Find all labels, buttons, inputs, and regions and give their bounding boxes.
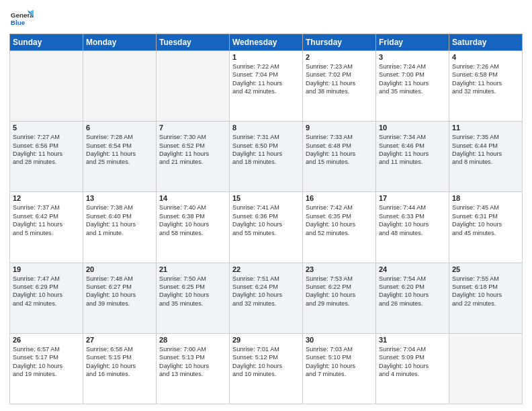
day-number: 5: [13, 124, 80, 132]
day-number: 29: [232, 336, 300, 344]
cell-info: Sunrise: 6:57 AM Sunset: 5:17 PM Dayligh…: [13, 345, 80, 379]
day-header-sunday: Sunday: [10, 34, 83, 51]
day-number: 7: [159, 124, 226, 132]
day-header-saturday: Saturday: [449, 34, 523, 51]
cell-info: Sunrise: 7:33 AM Sunset: 6:48 PM Dayligh…: [306, 133, 373, 167]
day-number: 3: [379, 53, 446, 61]
day-number: 15: [232, 194, 300, 202]
calendar-cell: 6Sunrise: 7:28 AM Sunset: 6:54 PM Daylig…: [83, 122, 157, 192]
day-number: 11: [452, 124, 519, 132]
calendar-cell: 29Sunrise: 7:01 AM Sunset: 5:12 PM Dayli…: [230, 333, 303, 404]
day-number: 21: [159, 265, 226, 273]
day-number: 10: [379, 124, 446, 132]
calendar-cell: 18Sunrise: 7:45 AM Sunset: 6:31 PM Dayli…: [449, 192, 523, 263]
cell-info: Sunrise: 7:51 AM Sunset: 6:24 PM Dayligh…: [232, 275, 300, 308]
day-header-monday: Monday: [83, 34, 157, 51]
cell-info: Sunrise: 7:55 AM Sunset: 6:18 PM Dayligh…: [452, 275, 519, 308]
calendar-cell: 5Sunrise: 7:27 AM Sunset: 6:56 PM Daylig…: [10, 122, 83, 192]
day-number: 23: [306, 265, 373, 273]
calendar-week-1: 1Sunrise: 7:22 AM Sunset: 7:04 PM Daylig…: [10, 51, 523, 122]
calendar-week-3: 12Sunrise: 7:37 AM Sunset: 6:42 PM Dayli…: [10, 192, 523, 263]
cell-info: Sunrise: 7:42 AM Sunset: 6:35 PM Dayligh…: [306, 203, 373, 237]
cell-info: Sunrise: 7:28 AM Sunset: 6:54 PM Dayligh…: [86, 133, 153, 167]
calendar-cell: 11Sunrise: 7:35 AM Sunset: 6:44 PM Dayli…: [449, 122, 523, 192]
cell-info: Sunrise: 7:38 AM Sunset: 6:40 PM Dayligh…: [86, 203, 153, 237]
day-number: 4: [452, 53, 519, 61]
day-header-tuesday: Tuesday: [157, 34, 230, 51]
calendar-cell: 4Sunrise: 7:26 AM Sunset: 6:58 PM Daylig…: [449, 51, 523, 122]
page: General Blue SundayMondayTuesdayWednesda…: [0, 0, 532, 411]
day-number: 25: [452, 265, 519, 273]
calendar-cell: 21Sunrise: 7:50 AM Sunset: 6:25 PM Dayli…: [157, 263, 230, 333]
calendar-cell: 26Sunrise: 6:57 AM Sunset: 5:17 PM Dayli…: [10, 333, 83, 404]
cell-info: Sunrise: 7:27 AM Sunset: 6:56 PM Dayligh…: [13, 133, 80, 167]
cell-info: Sunrise: 7:26 AM Sunset: 6:58 PM Dayligh…: [452, 62, 519, 96]
cell-info: Sunrise: 7:45 AM Sunset: 6:31 PM Dayligh…: [452, 203, 519, 237]
day-number: 18: [452, 194, 519, 202]
day-number: 2: [306, 53, 373, 61]
calendar-cell: 15Sunrise: 7:41 AM Sunset: 6:36 PM Dayli…: [230, 192, 303, 263]
day-header-wednesday: Wednesday: [230, 34, 303, 51]
calendar-table: SundayMondayTuesdayWednesdayThursdayFrid…: [9, 34, 523, 404]
cell-info: Sunrise: 7:53 AM Sunset: 6:22 PM Dayligh…: [306, 275, 373, 308]
calendar-cell: 12Sunrise: 7:37 AM Sunset: 6:42 PM Dayli…: [10, 192, 83, 263]
day-number: 14: [159, 194, 226, 202]
cell-info: Sunrise: 7:24 AM Sunset: 7:00 PM Dayligh…: [379, 62, 446, 96]
calendar-cell: 27Sunrise: 6:58 AM Sunset: 5:15 PM Dayli…: [83, 333, 157, 404]
calendar-cell: 24Sunrise: 7:54 AM Sunset: 6:20 PM Dayli…: [376, 263, 449, 333]
calendar-week-2: 5Sunrise: 7:27 AM Sunset: 6:56 PM Daylig…: [10, 122, 523, 192]
day-header-friday: Friday: [376, 34, 449, 51]
calendar-cell: [83, 51, 157, 122]
day-number: 20: [86, 265, 153, 273]
calendar-cell: 9Sunrise: 7:33 AM Sunset: 6:48 PM Daylig…: [303, 122, 376, 192]
cell-info: Sunrise: 7:50 AM Sunset: 6:25 PM Dayligh…: [159, 275, 226, 308]
calendar-cell: [157, 51, 230, 122]
calendar-week-5: 26Sunrise: 6:57 AM Sunset: 5:17 PM Dayli…: [10, 333, 523, 404]
day-number: 6: [86, 124, 153, 132]
calendar-cell: 8Sunrise: 7:31 AM Sunset: 6:50 PM Daylig…: [230, 122, 303, 192]
svg-text:Blue: Blue: [11, 19, 26, 26]
day-number: 26: [13, 336, 80, 344]
day-number: 28: [159, 336, 226, 344]
day-header-thursday: Thursday: [303, 34, 376, 51]
day-number: 8: [232, 124, 300, 132]
calendar-cell: 16Sunrise: 7:42 AM Sunset: 6:35 PM Dayli…: [303, 192, 376, 263]
calendar-cell: 17Sunrise: 7:44 AM Sunset: 6:33 PM Dayli…: [376, 192, 449, 263]
calendar-cell: [10, 51, 83, 122]
cell-info: Sunrise: 6:58 AM Sunset: 5:15 PM Dayligh…: [86, 345, 153, 379]
cell-info: Sunrise: 7:34 AM Sunset: 6:46 PM Dayligh…: [379, 133, 446, 167]
cell-info: Sunrise: 7:48 AM Sunset: 6:27 PM Dayligh…: [86, 275, 153, 308]
calendar-cell: 20Sunrise: 7:48 AM Sunset: 6:27 PM Dayli…: [83, 263, 157, 333]
day-number: 13: [86, 194, 153, 202]
logo: General Blue: [9, 7, 34, 31]
days-header-row: SundayMondayTuesdayWednesdayThursdayFrid…: [10, 34, 523, 51]
cell-info: Sunrise: 7:41 AM Sunset: 6:36 PM Dayligh…: [232, 203, 300, 237]
cell-info: Sunrise: 7:54 AM Sunset: 6:20 PM Dayligh…: [379, 275, 446, 308]
calendar-cell: 14Sunrise: 7:40 AM Sunset: 6:38 PM Dayli…: [157, 192, 230, 263]
cell-info: Sunrise: 7:35 AM Sunset: 6:44 PM Dayligh…: [452, 133, 519, 167]
calendar-cell: 13Sunrise: 7:38 AM Sunset: 6:40 PM Dayli…: [83, 192, 157, 263]
calendar-cell: 22Sunrise: 7:51 AM Sunset: 6:24 PM Dayli…: [230, 263, 303, 333]
cell-info: Sunrise: 7:23 AM Sunset: 7:02 PM Dayligh…: [306, 62, 373, 96]
calendar-cell: 1Sunrise: 7:22 AM Sunset: 7:04 PM Daylig…: [230, 51, 303, 122]
day-number: 9: [306, 124, 373, 132]
calendar-cell: 31Sunrise: 7:04 AM Sunset: 5:09 PM Dayli…: [376, 333, 449, 404]
day-number: 31: [379, 336, 446, 344]
calendar-week-4: 19Sunrise: 7:47 AM Sunset: 6:29 PM Dayli…: [10, 263, 523, 333]
calendar-cell: 23Sunrise: 7:53 AM Sunset: 6:22 PM Dayli…: [303, 263, 376, 333]
day-number: 17: [379, 194, 446, 202]
day-number: 24: [379, 265, 446, 273]
day-number: 1: [232, 53, 300, 61]
calendar-cell: 25Sunrise: 7:55 AM Sunset: 6:18 PM Dayli…: [449, 263, 523, 333]
day-number: 27: [86, 336, 153, 344]
day-number: 19: [13, 265, 80, 273]
cell-info: Sunrise: 7:03 AM Sunset: 5:10 PM Dayligh…: [306, 345, 373, 379]
calendar-cell: 30Sunrise: 7:03 AM Sunset: 5:10 PM Dayli…: [303, 333, 376, 404]
cell-info: Sunrise: 7:30 AM Sunset: 6:52 PM Dayligh…: [159, 133, 226, 167]
day-number: 30: [306, 336, 373, 344]
header: General Blue: [9, 7, 523, 31]
cell-info: Sunrise: 7:37 AM Sunset: 6:42 PM Dayligh…: [13, 203, 80, 237]
cell-info: Sunrise: 7:44 AM Sunset: 6:33 PM Dayligh…: [379, 203, 446, 237]
calendar-cell: 10Sunrise: 7:34 AM Sunset: 6:46 PM Dayli…: [376, 122, 449, 192]
day-number: 16: [306, 194, 373, 202]
